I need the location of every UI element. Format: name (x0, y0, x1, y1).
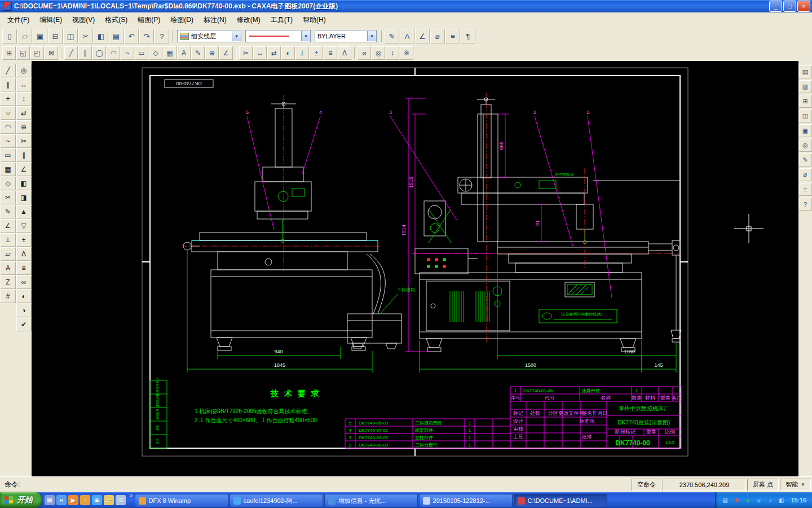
save-icon[interactable]: ▣ (33, 29, 47, 43)
explode-icon[interactable]: Δ (338, 46, 351, 60)
winamp-task[interactable]: DFX 8 Winamp (135, 494, 228, 507)
rotate-tool-icon[interactable]: ∠ (16, 163, 32, 176)
rectangle-icon[interactable]: ▭ (135, 46, 148, 60)
help-panel-icon[interactable]: ? (799, 198, 812, 211)
messenger-icon[interactable]: ◉ (92, 495, 102, 505)
point-icon[interactable]: ⊕ (205, 46, 219, 60)
tolerance-icon[interactable]: ± (310, 46, 323, 60)
tolerance-tool-icon[interactable]: ± (16, 233, 32, 247)
input-method-icon[interactable]: ▤ (721, 496, 729, 505)
pick-mode-button[interactable]: 屏幕 点 (747, 479, 779, 491)
show-desktop-icon[interactable]: ▦ (45, 495, 55, 505)
layer-combo[interactable]: 细实线层 ▼ (177, 30, 241, 42)
select-tool-icon[interactable]: ◎ (16, 64, 32, 77)
ie-icon[interactable]: e (56, 495, 67, 505)
perpendicular-icon[interactable]: ⊥ (295, 46, 309, 60)
minimize-button[interactable]: _ (769, 1, 782, 12)
command-input[interactable]: 命令: (0, 480, 632, 489)
trim-tool-icon[interactable]: ✂ (16, 134, 32, 148)
properties-tool-icon[interactable]: ≡ (16, 261, 32, 275)
wangwang-task[interactable]: caofei1234902-阿... (230, 494, 323, 507)
move-tool-icon[interactable]: ↔ (16, 78, 32, 91)
arc-icon[interactable]: ◠ (107, 46, 120, 60)
mirror-tool-icon[interactable]: ⇄ (16, 106, 32, 120)
paste-icon[interactable]: ▤ (109, 29, 123, 43)
osnap-icon[interactable]: ◎ (799, 139, 812, 152)
scale-left-icon[interactable]: ◧ (16, 177, 32, 190)
tolerance-style-icon[interactable]: ⌀ (430, 29, 445, 43)
zoom-dynamic-icon[interactable]: ◱ (16, 46, 30, 60)
spline-tool-icon[interactable]: ~ (1, 134, 16, 148)
text-tool-icon[interactable]: A (1, 261, 16, 275)
trim-icon[interactable]: ✂ (239, 46, 253, 60)
zoom-prev-icon[interactable]: ⊠ (45, 46, 58, 60)
ellipse-tool-icon[interactable]: ◇ (1, 177, 16, 190)
drawing-canvas[interactable]: DK7740-00 借(通)用件登记 旧底图总号 底图总号 签字 日期 (32, 61, 798, 477)
sketch-icon[interactable]: ✎ (191, 46, 205, 60)
stretch-tool-icon[interactable]: ↕ (16, 92, 32, 106)
menu-item[interactable]: 文件(F) (2, 14, 34, 27)
color-combo[interactable]: BYLAYER ▼ (315, 30, 377, 42)
arc-tool-icon[interactable]: ◠ (1, 120, 16, 134)
rect-tool-icon[interactable]: ▭ (1, 148, 16, 162)
start-button[interactable]: 开始 (0, 492, 42, 508)
menu-item[interactable]: 视图(V) (67, 14, 100, 27)
break-tool-icon[interactable]: ✂ (1, 191, 16, 204)
view-panel-icon[interactable]: ◫ (799, 110, 812, 122)
align-icon[interactable]: ≡ (324, 46, 337, 60)
stretch-icon[interactable]: ↕ (386, 46, 399, 60)
chamfer-tool-icon[interactable]: ▲ (16, 205, 32, 218)
grid-tool-icon[interactable]: # (1, 290, 16, 303)
shade-a-icon[interactable]: ◐ (16, 290, 32, 303)
antivirus-icon[interactable]: ● (743, 496, 752, 505)
undo-icon[interactable]: ↶ (124, 29, 139, 43)
help-icon[interactable]: ? (155, 29, 169, 43)
move-icon[interactable]: ↔ (253, 46, 267, 60)
dim-style-icon[interactable]: ∠ (415, 29, 430, 43)
scale-right-icon[interactable]: ◨ (16, 191, 32, 204)
winamp-icon[interactable]: ♪ (80, 495, 90, 505)
hatch-tool-icon[interactable]: ▦ (1, 163, 16, 176)
menu-item[interactable]: 帮助(H) (298, 14, 331, 27)
circle-icon[interactable]: ◯ (92, 46, 106, 60)
menu-item[interactable]: 编辑(E) (34, 14, 67, 27)
layer-manager-icon[interactable]: ≡ (445, 29, 460, 43)
array-tool-icon[interactable]: ⊕ (16, 120, 32, 134)
volume-icon[interactable]: ♪ (766, 496, 774, 505)
hatch-icon[interactable]: ▦ (163, 46, 176, 60)
list-panel-icon[interactable]: ≡ (799, 183, 812, 196)
menu-item[interactable]: 标注(N) (198, 14, 232, 27)
apply-tool-icon[interactable]: ✔ (16, 318, 32, 331)
info-task[interactable]: 增加信息 - 无忧... (324, 494, 418, 507)
line-icon[interactable]: ╱ (64, 46, 78, 60)
snap-mode-button[interactable]: 智能 ▼ (780, 479, 811, 491)
diameter-panel-icon[interactable]: ⌀ (799, 168, 812, 181)
reference-icon[interactable]: ※ (400, 46, 413, 60)
maximize-button[interactable]: □ (783, 1, 796, 12)
close-button[interactable]: × (797, 1, 810, 12)
linetype-combo[interactable]: ▼ (245, 30, 311, 42)
line-tool-icon[interactable]: ╱ (1, 64, 16, 77)
network-icon[interactable]: ◧ (777, 496, 785, 505)
chevron-down-icon[interactable]: ▼ (367, 31, 376, 41)
zoom-window-icon[interactable]: ⊞ (2, 46, 16, 60)
text-icon[interactable]: A (177, 46, 191, 60)
parallel-line-icon[interactable]: ∥ (78, 46, 92, 60)
lib-panel-icon[interactable]: ▥ (799, 80, 812, 93)
mail-icon[interactable]: ✉ (116, 495, 126, 505)
edit-panel-icon[interactable]: ✎ (799, 154, 812, 167)
folder-icon[interactable]: ▱ (104, 495, 114, 505)
menu-item[interactable]: 修改(M) (232, 14, 266, 27)
menu-item[interactable]: 幅面(P) (133, 14, 165, 27)
chevron-down-icon[interactable]: ▼ (301, 31, 310, 41)
menu-item[interactable]: 格式(S) (100, 14, 133, 27)
point-tool-icon[interactable]: + (1, 92, 16, 106)
angle-tool-icon[interactable]: ∠ (1, 219, 16, 233)
delta-tool-icon[interactable]: Δ (16, 247, 32, 261)
preview-icon[interactable]: ◫ (63, 29, 78, 43)
parallel-tool-icon[interactable]: ∥ (1, 78, 16, 91)
cut-icon[interactable]: ✂ (78, 29, 93, 43)
ellipse-icon[interactable]: ◇ (149, 46, 162, 60)
perp-tool-icon[interactable]: ⊥ (1, 233, 16, 247)
prop-panel-icon[interactable]: ▤ (799, 65, 812, 78)
